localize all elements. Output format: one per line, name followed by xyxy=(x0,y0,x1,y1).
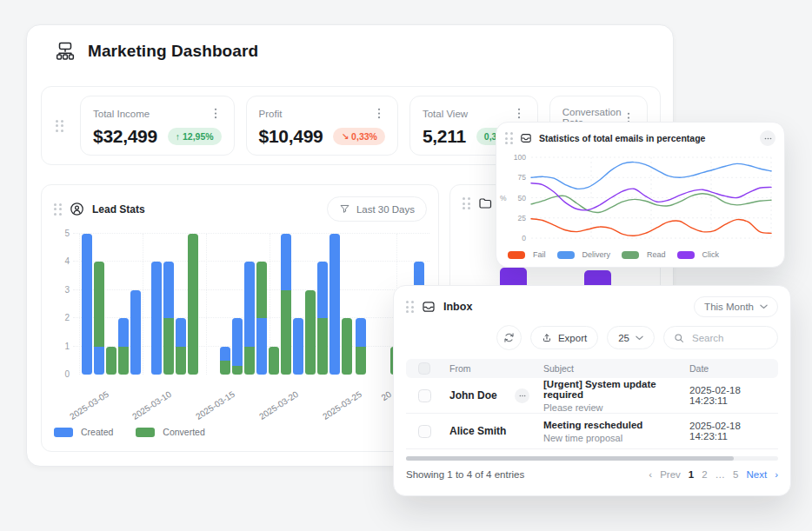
pagination-prev-button[interactable]: Prev xyxy=(660,469,681,480)
chevron-down-icon xyxy=(760,304,768,309)
lead-bar xyxy=(305,290,316,375)
pagination: ‹Prev12…5Next› xyxy=(649,469,778,480)
lead-x-tick: 2025-03-20 xyxy=(250,389,300,427)
stat-trend-badge: ↑ 12,95% xyxy=(168,128,222,145)
kebab-menu-icon[interactable] xyxy=(513,107,525,120)
stat-label: Profit xyxy=(259,109,283,119)
stat-trend-badge: ↘ 0,33% xyxy=(333,128,385,145)
email-chart: 0255075100% xyxy=(496,123,784,267)
legend-label: Read xyxy=(647,250,666,259)
email-y-axis-label: % xyxy=(500,194,507,202)
page-size-value: 25 xyxy=(618,333,629,343)
legend-label: Fail xyxy=(533,250,546,259)
lead-stats-drag-handle[interactable] xyxy=(54,203,62,216)
email-legend: FailDeliveryReadClick xyxy=(508,250,719,259)
lead-y-tick: 2 xyxy=(56,313,70,322)
export-label: Export xyxy=(558,333,587,343)
lead-bar xyxy=(281,234,291,375)
email-y-tick: 0 xyxy=(507,234,526,242)
lead-stats-filter-button[interactable]: Last 30 Days xyxy=(327,196,427,222)
chevron-down-icon xyxy=(636,335,643,341)
lead-x-tick: 2025-03-10 xyxy=(123,389,173,427)
lead-stats-card: Lead Stats Last 30 Days 012345 2025-03-0… xyxy=(41,184,439,452)
lead-bar xyxy=(188,234,198,375)
legend-item: Created xyxy=(54,427,113,437)
period-select[interactable]: This Month xyxy=(694,296,778,317)
legend-item: Converted xyxy=(136,427,204,437)
inbox-title: Inbox xyxy=(443,301,472,313)
lead-bar xyxy=(342,318,352,375)
email-y-tick: 75 xyxy=(507,173,526,182)
email-line-chart xyxy=(531,157,771,238)
row-from: John Doe xyxy=(449,389,497,402)
lead-bar xyxy=(269,347,279,375)
column-header-date: Date xyxy=(689,363,778,374)
lead-bar xyxy=(130,290,141,375)
inbox-drag-handle[interactable] xyxy=(406,301,414,313)
lead-y-tick: 5 xyxy=(56,229,70,238)
table-header-row: From Subject Date xyxy=(406,359,778,378)
inbox-table: From Subject Date John Doe [Urgent] Syst… xyxy=(406,359,778,449)
email-y-tick: 50 xyxy=(507,194,526,202)
table-row[interactable]: Alice Smith Meeting rescheduled New time… xyxy=(406,414,778,449)
lead-chart-xlabels: 2025-03-052025-03-102025-03-152025-03-20… xyxy=(42,380,438,416)
lead-stats-filter-label: Last 30 Days xyxy=(356,204,415,215)
search-input[interactable] xyxy=(690,332,772,344)
folder-icon xyxy=(478,196,492,210)
lead-y-tick: 4 xyxy=(56,256,70,266)
pagination-page[interactable]: 5 xyxy=(733,469,738,480)
folder-card-drag-handle[interactable] xyxy=(463,197,470,209)
legend-label: Click xyxy=(702,250,720,259)
row-from: Alice Smith xyxy=(449,425,506,437)
pagination-next-icon[interactable]: › xyxy=(775,469,778,480)
refresh-button[interactable] xyxy=(496,325,522,350)
kebab-menu-icon[interactable] xyxy=(210,107,222,120)
legend-label: Converted xyxy=(163,427,204,437)
lead-bar xyxy=(356,318,366,375)
lead-bar xyxy=(151,262,162,375)
lead-y-tick: 1 xyxy=(56,342,70,351)
lead-y-tick: 0 xyxy=(56,369,70,379)
lead-bar xyxy=(82,234,92,375)
pagination-prev-icon[interactable]: ‹ xyxy=(649,469,652,480)
table-row[interactable]: John Doe [Urgent] System update required… xyxy=(406,378,778,414)
inbox-card: Inbox This Month Export 25 xyxy=(393,285,791,496)
sitemap-icon xyxy=(54,40,77,63)
row-subject: Meeting rescheduled xyxy=(543,420,689,430)
pagination-page[interactable]: 2 xyxy=(702,469,707,480)
pagination-page[interactable]: 1 xyxy=(689,469,694,480)
entries-summary: Showing 1 to 4 of 4 entries xyxy=(406,469,524,480)
row-date: 2025-02-18 14:23:11 xyxy=(689,421,778,441)
page-size-select[interactable]: 25 xyxy=(607,326,655,349)
stats-drag-handle[interactable] xyxy=(56,120,63,132)
email-y-tick: 100 xyxy=(507,153,526,162)
lead-bar xyxy=(244,262,255,375)
lead-bar xyxy=(329,234,340,375)
lead-x-tick: 2025-03-05 xyxy=(60,389,110,427)
legend-swatch xyxy=(677,251,695,259)
export-button[interactable]: Export xyxy=(530,326,598,349)
legend-label: Delivery xyxy=(582,250,611,259)
funnel-icon xyxy=(339,203,350,215)
row-preview: Please review xyxy=(543,402,689,413)
scrollbar-thumb[interactable] xyxy=(406,456,734,461)
select-all-checkbox[interactable] xyxy=(418,362,430,375)
legend-swatch xyxy=(54,428,73,437)
row-checkbox[interactable] xyxy=(418,389,431,402)
pagination-next-button[interactable]: Next xyxy=(747,469,768,480)
page-header: Marketing Dashboard xyxy=(54,40,258,63)
upload-icon xyxy=(542,332,552,343)
row-date: 2025-02-18 14:23:11 xyxy=(689,385,778,406)
lead-legend: CreatedConverted xyxy=(54,427,205,437)
kebab-menu-icon[interactable] xyxy=(373,107,385,120)
legend-item: Click xyxy=(677,250,720,259)
lead-stats-title: Lead Stats xyxy=(92,203,145,216)
row-subject: [Urgent] System update required xyxy=(543,379,689,400)
row-checkbox[interactable] xyxy=(418,425,431,438)
stat-card-profit: Profit $10,499 ↘ 0,33% xyxy=(246,96,398,156)
stat-label: Total View xyxy=(423,109,468,119)
row-actions-button[interactable] xyxy=(515,388,529,403)
column-header-from: From xyxy=(443,363,543,374)
search-icon xyxy=(674,333,684,343)
lead-bar xyxy=(106,347,116,375)
